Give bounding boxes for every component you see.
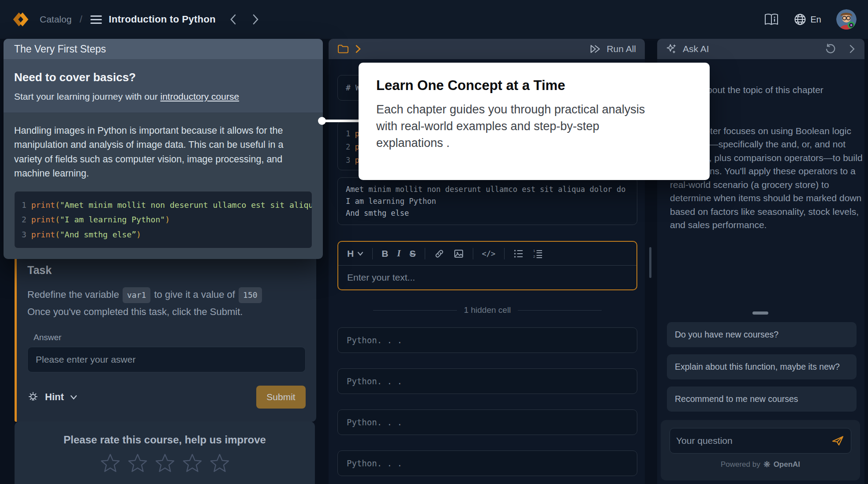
popover-title: The Very First Steps xyxy=(4,39,323,59)
reset-chat-icon[interactable] xyxy=(825,43,836,55)
hidden-cell-divider[interactable]: 1 hidden cell xyxy=(337,305,637,315)
powered-by: Powered by ❋ OpenAI xyxy=(661,459,860,469)
text-editor: H B I S </> 12 xyxy=(337,241,637,290)
chevron-down-icon xyxy=(357,251,363,256)
run-all-button[interactable]: Run All xyxy=(590,44,636,54)
svg-text:1: 1 xyxy=(533,249,535,253)
ask-ai-title: Ask AI xyxy=(683,44,709,54)
value-chip: 150 xyxy=(239,287,262,303)
heading-button[interactable]: H xyxy=(347,248,363,259)
language-label: En xyxy=(811,15,821,25)
openai-logo-icon: ❋ xyxy=(763,459,771,469)
docs-book-icon[interactable] xyxy=(764,13,779,26)
tooltip-connector-line xyxy=(321,120,360,122)
run-all-label: Run All xyxy=(606,44,636,54)
ask-ai-header: Ask AI xyxy=(657,39,864,59)
notebook-header: Run All xyxy=(329,39,645,59)
promo-title: Need to cover basics? xyxy=(14,71,312,84)
run-all-icon xyxy=(590,44,601,54)
avatar[interactable] xyxy=(836,9,857,30)
rating-title: Please rate this course, help us improve xyxy=(15,434,315,446)
suggestion-button[interactable]: Explain about this function, maybe its n… xyxy=(667,354,857,379)
collapse-panel-icon[interactable] xyxy=(849,44,856,54)
lesson-popover: The Very First Steps Need to cover basic… xyxy=(4,39,323,259)
tooltip-title: Learn One Concept at a Time xyxy=(376,78,692,94)
task-instruction: Redefine the variable var1 to give it a … xyxy=(27,286,306,320)
next-chapter-icon[interactable] xyxy=(251,14,260,25)
course-title: Introduction to Python xyxy=(109,14,216,25)
answer-label: Answer xyxy=(34,333,306,342)
lesson-code-block: 1 print("Amet minim mollit non deserunt … xyxy=(14,191,312,248)
answer-input[interactable] xyxy=(27,347,306,372)
star-icon[interactable] xyxy=(182,453,203,473)
sparkles-icon xyxy=(666,43,677,55)
language-switcher[interactable]: En xyxy=(794,13,821,26)
tooltip-body: Each chapter guides you through practica… xyxy=(376,101,650,151)
openai-label: OpenAI xyxy=(774,460,800,469)
path-chevron-icon xyxy=(355,45,361,53)
hidden-cell-label: 1 hidden cell xyxy=(464,305,511,315)
rating-stars xyxy=(15,453,315,473)
onboarding-tooltip: Learn One Concept at a Time Each chapter… xyxy=(359,63,710,180)
image-icon[interactable] xyxy=(453,248,464,259)
editor-toolbar: H B I S </> 12 xyxy=(338,242,636,266)
send-icon[interactable] xyxy=(831,435,845,446)
star-icon[interactable] xyxy=(127,453,148,473)
empty-python-cell[interactable]: Python. . . xyxy=(337,409,637,435)
star-icon[interactable] xyxy=(154,453,176,473)
chapters-menu-icon[interactable] xyxy=(90,15,102,24)
suggestion-button[interactable]: Recommend to me new courses xyxy=(667,386,857,412)
folder-icon[interactable] xyxy=(337,44,349,54)
lesson-paragraph: Handling images in Python is important b… xyxy=(14,124,312,180)
breadcrumb-catalog[interactable]: Catalog xyxy=(40,14,71,25)
tooltip-connector-dot xyxy=(318,117,326,125)
variable-chip: var1 xyxy=(123,287,150,303)
promo-banner: Need to cover basics? Start your learnin… xyxy=(4,59,323,113)
star-icon[interactable] xyxy=(209,453,230,473)
task-card: Task Redefine the variable var1 to give … xyxy=(15,252,316,422)
ai-input-footer: Powered by ❋ OpenAI xyxy=(661,420,860,480)
bullet-list-icon[interactable] xyxy=(513,249,524,259)
hint-label: Hint xyxy=(45,391,64,403)
editor-text-input[interactable] xyxy=(338,266,636,289)
submit-button[interactable]: Submit xyxy=(256,386,306,409)
task-heading: Task xyxy=(27,264,306,277)
drag-handle[interactable] xyxy=(752,311,768,315)
ai-question-input[interactable] xyxy=(676,435,831,446)
app-logo-icon[interactable] xyxy=(11,10,30,29)
output-line: Amet minim mollit non deserunt ullamco e… xyxy=(346,184,629,195)
empty-python-cell[interactable]: Python. . . xyxy=(337,450,637,476)
introductory-course-link[interactable]: introductory course xyxy=(161,91,239,101)
code-format-button[interactable]: </> xyxy=(482,249,496,258)
strikethrough-button[interactable]: S xyxy=(410,248,416,259)
numbered-list-icon[interactable]: 12 xyxy=(533,249,543,259)
lightbulb-icon xyxy=(27,391,39,403)
globe-icon xyxy=(794,13,806,26)
svg-text:2: 2 xyxy=(533,255,535,259)
app-screen: Catalog / Introduction to Python xyxy=(0,0,868,484)
breadcrumb-separator: / xyxy=(79,14,82,25)
star-icon[interactable] xyxy=(100,453,121,473)
output-line: And smthg else xyxy=(346,207,629,219)
empty-python-cell[interactable]: Python. . . xyxy=(337,327,637,353)
prev-chapter-icon[interactable] xyxy=(229,14,238,25)
chevron-down-icon xyxy=(70,395,77,400)
italic-button[interactable]: I xyxy=(397,248,400,259)
link-icon[interactable] xyxy=(434,248,445,259)
output-line: I am learning Python xyxy=(346,195,629,207)
hint-button[interactable]: Hint xyxy=(27,391,77,403)
promo-text: Start your learning journey with our xyxy=(14,91,161,101)
rating-card: Please rate this course, help us improve xyxy=(15,421,315,484)
bold-button[interactable]: B xyxy=(382,248,388,259)
top-nav: Catalog / Introduction to Python xyxy=(0,0,868,39)
suggestion-button[interactable]: Do you have new courses? xyxy=(667,322,857,347)
scrollbar[interactable] xyxy=(649,247,651,278)
output-cell: Amet minim mollit non deserunt ullamco e… xyxy=(337,177,637,225)
empty-python-cell[interactable]: Python. . . xyxy=(337,368,637,394)
